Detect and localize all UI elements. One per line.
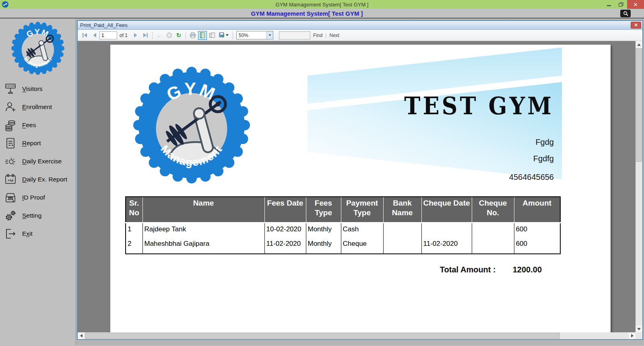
fees-column-header: Cheque No.	[472, 197, 514, 222]
total-amount-row: Total Amount : 1200.00	[125, 265, 560, 274]
stop-button[interactable]	[165, 31, 173, 40]
gym-phone: 4564645656	[509, 169, 554, 185]
print-button[interactable]	[188, 31, 197, 40]
back-button[interactable]: ←	[155, 31, 164, 40]
setting-icon	[4, 209, 17, 222]
report-close-icon[interactable]: ✕	[631, 22, 641, 29]
restore-button[interactable]	[615, 0, 627, 9]
search-icon[interactable]	[620, 10, 631, 17]
fees-column-header: Name	[142, 197, 264, 222]
last-page-button[interactable]	[141, 31, 150, 40]
sidebar-item-enrollment[interactable]: Enrollment	[0, 98, 76, 116]
fees-table-cell: Cash	[341, 222, 383, 238]
sidebar-item-daily-ex-report[interactable]: +1d Daily Ex. Report	[0, 170, 76, 188]
sidebar-item-report[interactable]: Report	[0, 134, 76, 152]
sidebar-item-label: Fees	[22, 122, 36, 129]
horizontal-scrollbar[interactable]	[78, 332, 642, 339]
fees-table-cell: 11-02-2020	[264, 238, 306, 254]
sidebar-item-label: Daily Ex. Report	[22, 176, 67, 183]
minimize-button[interactable]	[603, 0, 615, 9]
sidebar-item-label: Enrollment	[22, 103, 52, 111]
fees-header-row: Sr. NoNameFees DateFees TypePayment Type…	[126, 197, 560, 222]
app-titlebar: GYM Mamagement System[ Test GYM ] ✕	[0, 0, 644, 9]
app-icon	[2, 1, 8, 8]
sidebar-item-setting[interactable]: Setting	[0, 206, 76, 224]
refresh-button[interactable]: ↻	[174, 31, 183, 40]
page-count-label: of 1	[120, 33, 128, 38]
scroll-down-icon[interactable]	[636, 325, 642, 332]
sidebar-item-label: ID Proof	[22, 194, 45, 201]
fees-column-header: Payment Type	[341, 197, 383, 222]
gym-logo	[11, 22, 64, 75]
sidebar-item-daily-exercise[interactable]: Daily Exercise	[0, 152, 76, 170]
zoom-value: 50%	[237, 33, 266, 38]
sidebar-item-label: Exit	[22, 230, 33, 237]
fees-icon	[4, 119, 17, 132]
svg-text:VISITORS: VISITORS	[6, 85, 14, 87]
gym-address-line2: Fgdfg	[509, 150, 554, 167]
fees-table-cell: Maheshbhai Gajipara	[142, 238, 264, 254]
fees-table-cell	[472, 222, 514, 238]
fees-table-cell: Monthly	[306, 238, 341, 254]
enrollment-icon	[4, 101, 17, 113]
horizontal-scroll-thumb[interactable]	[85, 333, 560, 339]
report-page: TEST GYM Fgdg Fgdfg 4564645656 Sr. NoNa	[110, 45, 611, 332]
sidebar-item-id-proof[interactable]: ID Proof	[0, 188, 76, 206]
page-setup-button[interactable]	[208, 31, 217, 40]
sidebar-item-label: Report	[22, 140, 41, 147]
page-number-input[interactable]	[99, 31, 117, 39]
scroll-left-icon[interactable]	[78, 332, 85, 339]
gym-name: TEST GYM	[404, 91, 554, 120]
export-button[interactable]	[217, 31, 230, 40]
visitors-icon: VISITORS	[4, 82, 17, 95]
daily-ex-report-icon: +1d	[4, 173, 17, 186]
fees-table-cell: Cheque	[341, 238, 383, 254]
fees-table-row: 1Rajdeep Tank10-02-2020MonthlyCash600	[126, 222, 560, 238]
first-page-button[interactable]	[80, 31, 89, 40]
report-window: Print_Paid_All_Fees ✕ of 1	[77, 20, 643, 340]
sidebar-item-visitors[interactable]: VISITORS Visitors	[0, 80, 76, 98]
fees-column-header: Amount	[514, 197, 560, 222]
find-input[interactable]	[279, 31, 310, 39]
daily-exercise-icon	[4, 155, 17, 168]
fees-table-cell: 600	[514, 238, 560, 254]
total-amount-label: Total Amount :	[440, 265, 496, 274]
report-icon	[4, 137, 17, 150]
exit-icon	[4, 227, 17, 240]
scroll-right-icon[interactable]	[629, 332, 636, 339]
fees-column-header: Fees Date	[264, 197, 306, 222]
fees-column-header: Sr. No	[126, 197, 142, 222]
zoom-dropdown-icon[interactable]: ▼	[266, 31, 273, 39]
sidebar-menu: VISITORS Visitors Enrollment Fees	[0, 80, 76, 243]
fees-table-cell: 600	[514, 222, 560, 238]
fees-table-cell	[472, 238, 514, 254]
fees-table-cell: 1	[126, 222, 142, 238]
fees-table-cell: 2	[126, 238, 142, 254]
fees-column-header: Fees Type	[306, 197, 341, 222]
scroll-up-icon[interactable]	[636, 41, 642, 48]
sidebar-item-fees[interactable]: Fees	[0, 116, 76, 134]
next-page-button[interactable]	[131, 31, 140, 40]
header-title: GYM Mamagement System[ Test GYM ]	[251, 10, 363, 17]
sidebar-item-label: Visitors	[22, 85, 43, 93]
zoom-combobox[interactable]: 50% ▼	[236, 31, 273, 39]
report-window-titlebar[interactable]: Print_Paid_All_Fees ✕	[78, 21, 642, 30]
close-button[interactable]: ✕	[627, 0, 644, 9]
vertical-scrollbar[interactable]	[636, 41, 642, 332]
app-title: GYM Mamagement System[ Test GYM ]	[0, 2, 644, 8]
report-viewer: TEST GYM Fgdg Fgdfg 4564645656 Sr. NoNa	[78, 41, 636, 332]
total-amount-value: 1200.00	[513, 265, 542, 274]
svg-text:+1d: +1d	[8, 178, 13, 182]
sidebar-item-exit[interactable]: Exit	[0, 224, 76, 243]
find-next-button[interactable]: Next	[329, 33, 339, 38]
print-layout-button[interactable]	[198, 31, 207, 40]
header-bar: GYM Mamagement System[ Test GYM ]	[0, 9, 644, 19]
report-window-title: Print_Paid_All_Fees	[80, 22, 128, 28]
previous-page-button[interactable]	[90, 31, 99, 40]
fees-table-cell: 11-02-2020	[421, 238, 472, 254]
find-button[interactable]: Find	[313, 33, 322, 38]
fees-column-header: Bank Name	[383, 197, 421, 222]
vertical-scroll-thumb[interactable]	[636, 48, 642, 162]
fees-table-cell: Rajdeep Tank	[142, 222, 264, 238]
fees-table-cell	[421, 222, 472, 238]
